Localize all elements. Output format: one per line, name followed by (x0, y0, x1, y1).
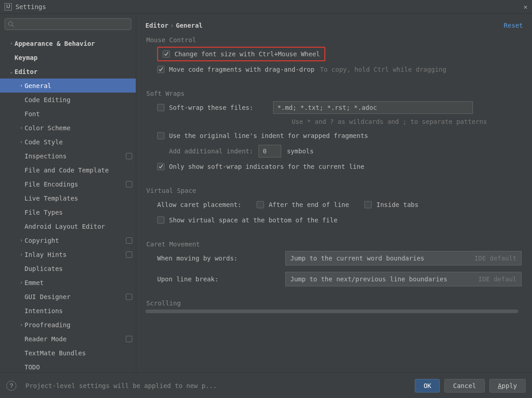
titlebar: IJ Settings ✕ (0, 0, 532, 14)
chevron-right-icon: › (18, 238, 25, 243)
show-virtual-space-bottom-checkbox[interactable]: Show virtual space at the bottom of the … (157, 216, 338, 224)
by-words-label: When moving by words: (157, 255, 280, 262)
tree-item-file-and-code-template[interactable]: File and Code Template (0, 163, 136, 177)
tree-item-label: File and Code Template (25, 167, 132, 174)
move-code-fragments-hint: To copy, hold Ctrl while dragging (320, 66, 446, 73)
soft-wrap-hint: Use * and ? as wildcards and ; to separa… (292, 118, 532, 125)
line-break-dropdown[interactable]: Jump to the next/previous line boundarie… (285, 272, 522, 286)
tree-item-font[interactable]: Font (0, 107, 136, 121)
soft-wrap-files-input[interactable] (273, 101, 473, 114)
chevron-right-icon: › (18, 83, 25, 88)
section-scrolling: Scrolling (145, 296, 532, 310)
window-title: Settings (15, 3, 46, 10)
close-icon[interactable]: ✕ (524, 3, 527, 10)
breadcrumb: Editor›General (145, 22, 203, 29)
tree-item-file-types[interactable]: File Types (0, 205, 136, 219)
tree-item-label: File Types (25, 209, 132, 216)
chevron-right-icon: › (18, 322, 25, 327)
inside-tabs-checkbox[interactable]: Inside tabs (364, 201, 418, 208)
section-mouse-control: Mouse Control (145, 33, 532, 46)
section-virtual-space: Virtual Space (145, 183, 532, 197)
chevron-down-icon: ⌄ (8, 69, 15, 74)
tree-item-label: Color Scheme (25, 124, 132, 132)
after-eol-checkbox[interactable]: After the end of line (257, 201, 349, 208)
tree-item-label: Reader Mode (25, 335, 126, 343)
tree-item-reader-mode[interactable]: Reader Mode (0, 332, 136, 346)
tree-item-label: General (25, 82, 132, 89)
tree-item-live-templates[interactable]: Live Templates (0, 191, 136, 205)
line-break-label: Upon line break: (157, 275, 280, 283)
footer-hint: Project-level settings will be applied t… (21, 382, 410, 389)
tree-item-code-editing[interactable]: Code Editing (0, 93, 136, 107)
project-scope-icon (126, 237, 132, 244)
tree-item-label: Live Templates (25, 195, 132, 202)
tree-item-label: Duplicates (25, 265, 132, 272)
original-indent-checkbox[interactable]: Use the original line's indent for wrapp… (157, 132, 368, 139)
tree-item-intentions[interactable]: Intentions (0, 304, 136, 318)
settings-sidebar: ›Appearance & BehaviorKeymap⌄Editor›Gene… (0, 14, 136, 373)
soft-wrap-files-checkbox[interactable]: Soft-wrap these files: (157, 104, 253, 111)
add-indent-suffix: symbols (287, 147, 313, 155)
tree-item-file-encodings[interactable]: File Encodings (0, 177, 136, 191)
tree-item-proofreading[interactable]: ›Proofreading (0, 318, 136, 332)
highlighted-option: Change font size with Ctrl+Mouse Wheel (157, 47, 325, 61)
tree-item-android-layout-editor[interactable]: Android Layout Editor (0, 219, 136, 233)
section-soft-wraps: Soft Wraps (145, 86, 532, 100)
reset-link[interactable]: Reset (504, 22, 523, 29)
allow-caret-label: Allow caret placement: (157, 201, 241, 208)
ok-button[interactable]: OK (415, 379, 440, 393)
add-indent-label: Add additional indent: (169, 147, 253, 155)
tree-item-textmate-bundles[interactable]: TextMate Bundles (0, 346, 136, 360)
tree-item-label: Font (25, 110, 132, 118)
settings-tree: ›Appearance & BehaviorKeymap⌄Editor›Gene… (0, 34, 136, 373)
svg-line-1 (12, 25, 14, 27)
tree-item-editor[interactable]: ⌄Editor (0, 64, 136, 79)
tree-item-general[interactable]: ›General (0, 79, 136, 93)
tree-item-inspections[interactable]: Inspections (0, 149, 136, 163)
tree-item-gui-designer[interactable]: GUI Designer (0, 290, 136, 304)
change-font-size-checkbox[interactable]: Change font size with Ctrl+Mouse Wheel (163, 50, 320, 58)
svg-point-0 (9, 22, 13, 26)
tree-item-duplicates[interactable]: Duplicates (0, 261, 136, 275)
tree-item-label: Android Layout Editor (25, 223, 132, 230)
move-code-fragments-checkbox[interactable]: Move code fragments with drag-and-drop (157, 66, 314, 73)
dialog-footer: ? Project-level settings will be applied… (0, 373, 532, 398)
tree-item-label: Code Editing (25, 96, 132, 103)
tree-item-keymap[interactable]: Keymap (0, 50, 136, 64)
add-indent-input[interactable] (259, 145, 281, 157)
chevron-right-icon: › (18, 139, 25, 144)
app-icon: IJ (5, 3, 12, 10)
only-show-indicators-checkbox[interactable]: Only show soft-wrap indicators for the c… (157, 163, 364, 170)
tree-item-label: Appearance & Behavior (15, 40, 132, 47)
tree-item-inlay-hints[interactable]: ›Inlay Hints (0, 247, 136, 261)
project-scope-icon (126, 181, 132, 187)
by-words-dropdown[interactable]: Jump to the current word boundaries IDE … (285, 251, 522, 265)
tree-item-label: Inlay Hints (25, 251, 126, 258)
settings-content: Editor›General Reset Mouse Control Chang… (136, 14, 532, 373)
tree-item-todo[interactable]: TODO (0, 360, 136, 373)
tree-item-emmet[interactable]: ›Emmet (0, 275, 136, 290)
tree-item-copyright[interactable]: ›Copyright (0, 233, 136, 247)
tree-item-label: TODO (25, 364, 132, 371)
tree-item-label: Editor (15, 68, 132, 75)
search-icon (8, 21, 14, 27)
tree-item-label: Intentions (25, 307, 132, 314)
tree-item-code-style[interactable]: ›Code Style (0, 135, 136, 149)
help-icon[interactable]: ? (6, 381, 16, 391)
tree-item-label: File Encodings (25, 181, 126, 188)
apply-button[interactable]: Apply (489, 379, 526, 393)
chevron-right-icon: › (8, 41, 15, 46)
project-scope-icon (126, 294, 132, 300)
tree-item-color-scheme[interactable]: ›Color Scheme (0, 121, 136, 135)
tree-item-label: GUI Designer (25, 293, 126, 300)
cancel-button[interactable]: Cancel (444, 379, 485, 393)
tree-item-label: Copyright (25, 237, 126, 244)
horizontal-scrollbar[interactable] (145, 310, 532, 314)
project-scope-icon (126, 153, 132, 159)
tree-item-appearance-behavior[interactable]: ›Appearance & Behavior (0, 36, 136, 50)
tree-item-label: Proofreading (25, 321, 132, 329)
chevron-right-icon: › (18, 125, 25, 130)
project-scope-icon (126, 336, 132, 342)
project-scope-icon (126, 251, 132, 258)
search-input[interactable] (5, 18, 131, 30)
